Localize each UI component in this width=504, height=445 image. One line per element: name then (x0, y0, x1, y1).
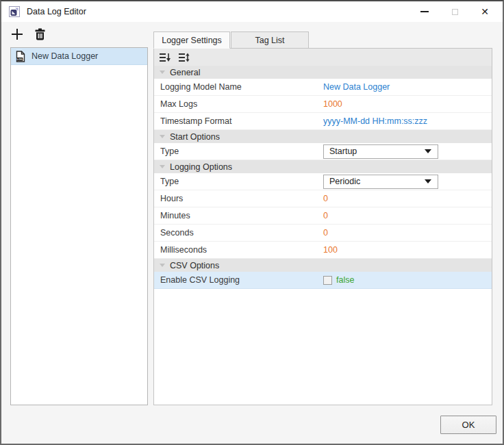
row-logging-type: Type Periodic (154, 173, 492, 190)
collapse-caret-icon (160, 264, 165, 267)
close-button[interactable]: ✕ (470, 1, 500, 22)
chevron-down-icon (425, 179, 431, 183)
milliseconds-value[interactable]: 100 (323, 245, 338, 255)
collapse-caret-icon (160, 165, 165, 168)
prop-label: Seconds (154, 228, 323, 238)
svg-text:LOG: LOG (17, 58, 23, 61)
collapse-all-button[interactable] (159, 51, 171, 64)
app-logo-icon (9, 6, 20, 17)
data-log-editor-window: Data Log Editor ✕ (0, 0, 504, 445)
log-file-icon: LOG (15, 51, 26, 62)
logging-type-dropdown[interactable]: Periodic (323, 175, 438, 189)
section-header-general[interactable]: General (154, 66, 492, 79)
prop-label: Hours (154, 194, 323, 203)
minutes-value[interactable]: 0 (323, 211, 328, 220)
maximize-icon (452, 9, 458, 15)
tab-label: Logger Settings (162, 36, 222, 45)
collapse-caret-icon (160, 135, 165, 138)
section-title: CSV Options (170, 261, 219, 270)
ok-button-label: OK (462, 420, 475, 430)
prop-label: Type (154, 147, 323, 156)
add-logger-button[interactable] (10, 27, 24, 41)
tab-bar: Logger Settings Tag List (153, 31, 309, 49)
hours-value[interactable]: 0 (323, 194, 328, 203)
dropdown-selected-value: Periodic (329, 177, 360, 186)
row-logging-model-name: Logging Model Name New Data Logger (154, 79, 492, 96)
row-milliseconds: Milliseconds 100 (154, 242, 492, 259)
expand-all-icon (179, 53, 190, 62)
minimize-button[interactable] (410, 1, 440, 22)
enable-csv-checkbox[interactable] (323, 276, 332, 285)
row-minutes: Minutes 0 (154, 207, 492, 225)
row-hours: Hours 0 (154, 190, 492, 207)
plus-icon (11, 28, 23, 40)
ok-button[interactable]: OK (440, 416, 496, 434)
prop-label: Max Logs (154, 99, 323, 109)
delete-logger-button[interactable] (33, 27, 47, 41)
prop-label: Type (154, 177, 323, 186)
close-icon: ✕ (481, 7, 489, 16)
minimize-icon (420, 11, 429, 12)
max-logs-value[interactable]: 1000 (323, 99, 342, 109)
logger-list-item[interactable]: LOG New Data Logger (11, 48, 147, 65)
seconds-value[interactable]: 0 (323, 228, 328, 238)
logging-model-name-value[interactable]: New Data Logger (323, 82, 390, 92)
row-start-type: Type Startup (154, 143, 492, 160)
tab-tag-list[interactable]: Tag List (231, 31, 309, 49)
tab-label: Tag List (255, 36, 284, 45)
logger-item-label: New Data Logger (32, 51, 98, 61)
expand-all-button[interactable] (178, 51, 190, 64)
tab-logger-settings[interactable]: Logger Settings (153, 31, 230, 49)
property-grid-toolbar (154, 49, 492, 66)
window-controls: ✕ (410, 1, 500, 22)
section-header-start-options[interactable]: Start Options (154, 130, 492, 143)
section-title: Start Options (170, 132, 220, 142)
section-header-csv-options[interactable]: CSV Options (154, 259, 492, 272)
chevron-down-icon (425, 149, 431, 153)
row-enable-csv-logging: Enable CSV Logging false (154, 272, 492, 289)
row-timestamp-format: Timestamp Format yyyy-MM-dd HH:mm:ss:zzz (154, 113, 492, 130)
row-max-logs: Max Logs 1000 (154, 96, 492, 113)
timestamp-format-value[interactable]: yyyy-MM-dd HH:mm:ss:zzz (323, 116, 427, 126)
prop-label: Timestamp Format (154, 116, 323, 126)
collapse-caret-icon (160, 71, 165, 74)
start-type-dropdown[interactable]: Startup (323, 144, 438, 159)
enable-csv-value: false (336, 275, 354, 285)
section-title: Logging Options (170, 162, 232, 172)
prop-label: Milliseconds (154, 245, 323, 255)
prop-label: Minutes (154, 211, 323, 220)
dropdown-selected-value: Startup (329, 147, 357, 156)
trash-icon (34, 28, 46, 40)
section-header-logging-options[interactable]: Logging Options (154, 160, 492, 173)
logger-list: LOG New Data Logger (10, 47, 148, 405)
logger-settings-panel: General Logging Model Name New Data Logg… (153, 48, 492, 405)
maximize-button[interactable] (440, 1, 470, 22)
prop-label: Logging Model Name (154, 82, 323, 92)
row-seconds: Seconds 0 (154, 225, 492, 242)
collapse-all-icon (160, 53, 171, 62)
logger-list-toolbar (10, 27, 47, 41)
section-title: General (170, 68, 200, 77)
prop-label: Enable CSV Logging (154, 275, 323, 285)
title-bar: Data Log Editor ✕ (1, 1, 503, 22)
window-title: Data Log Editor (27, 7, 86, 16)
